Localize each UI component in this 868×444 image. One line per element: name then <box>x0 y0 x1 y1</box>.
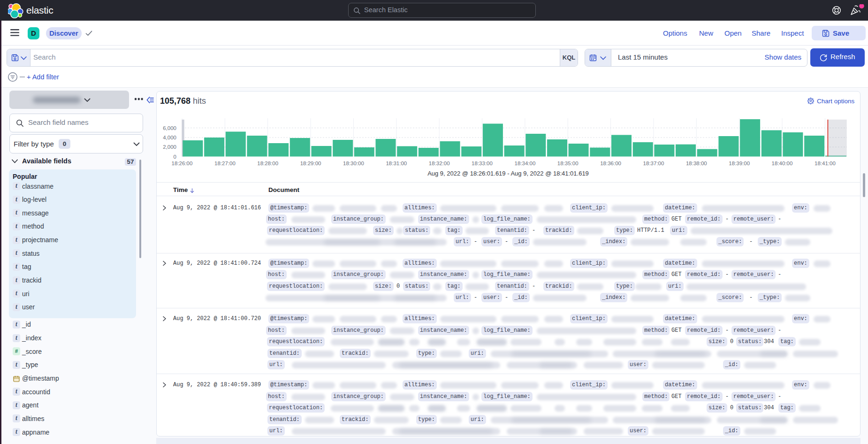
svg-text:0: 0 <box>174 154 176 160</box>
svg-text:18:27:00: 18:27:00 <box>214 161 236 166</box>
svg-text:18:41:00: 18:41:00 <box>815 161 836 166</box>
svg-text:6,000: 6,000 <box>163 125 176 131</box>
svg-text:18:37:00: 18:37:00 <box>643 161 664 166</box>
svg-text:18:30:00: 18:30:00 <box>343 161 364 166</box>
svg-text:4,000: 4,000 <box>163 135 176 140</box>
svg-text:18:29:00: 18:29:00 <box>300 161 321 166</box>
svg-text:18:34:00: 18:34:00 <box>515 161 536 166</box>
svg-text:18:39:00: 18:39:00 <box>729 161 750 166</box>
svg-text:2,000: 2,000 <box>163 144 176 150</box>
svg-text:18:26:00: 18:26:00 <box>172 161 193 166</box>
svg-text:18:35:00: 18:35:00 <box>557 161 579 166</box>
svg-text:18:40:00: 18:40:00 <box>772 161 793 166</box>
svg-text:18:28:00: 18:28:00 <box>257 161 278 166</box>
svg-text:18:32:00: 18:32:00 <box>429 161 450 166</box>
svg-text:Aug 9, 2022 @ 18:26:01.619 - A: Aug 9, 2022 @ 18:26:01.619 - Aug 9, 2022… <box>427 170 589 177</box>
svg-text:18:36:00: 18:36:00 <box>600 161 621 166</box>
svg-text:18:33:00: 18:33:00 <box>472 161 493 166</box>
svg-text:18:38:00: 18:38:00 <box>686 161 707 166</box>
svg-text:18:31:00: 18:31:00 <box>386 161 407 166</box>
